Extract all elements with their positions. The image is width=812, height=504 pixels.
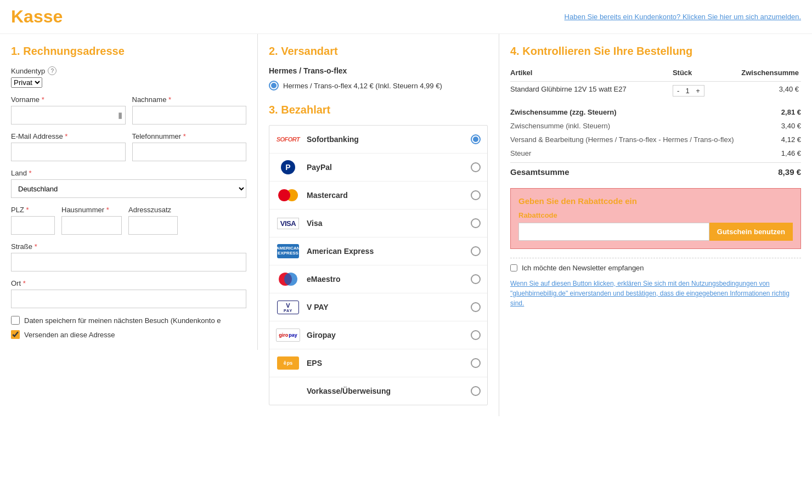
billing-section-title: 1. Rechnungsadresse [11, 45, 246, 58]
mastercard-radio[interactable] [471, 190, 481, 200]
vorkasse-radio[interactable] [471, 386, 481, 396]
hausnummer-input[interactable] [61, 216, 122, 235]
ort-label: Ort * [11, 279, 246, 287]
summary-versand: Versand & Bearbeitung (Hermes / Trans-o-… [510, 133, 801, 146]
payment-item-giropay[interactable]: giro pay Giropay [269, 321, 487, 349]
payment-item-paypal[interactable]: P PayPal [269, 154, 487, 182]
qty-control: - 1 + [673, 85, 704, 97]
save-data-checkbox[interactable] [11, 316, 20, 325]
land-select[interactable]: Deutschland Österreich Schweiz [11, 179, 246, 198]
payment-item-eps[interactable]: ê ps EPS [269, 349, 487, 377]
amex-label: American Express [307, 247, 464, 256]
main-layout: 1. Rechnungsadresse Kundentyp ? Privat F… [0, 34, 812, 416]
nachname-input[interactable] [132, 106, 247, 124]
rabatt-input[interactable] [518, 223, 709, 241]
visa-radio[interactable] [471, 218, 481, 228]
shipping-radio-checked[interactable] [269, 81, 279, 90]
shipping-section: 2. Versandart Hermes / Trans-o-flex Herm… [269, 45, 488, 90]
rabatt-title: Geben Sie den Rabattcode ein [518, 196, 793, 206]
svg-text:P: P [285, 163, 290, 172]
adresszusatz-input[interactable] [128, 216, 178, 235]
payment-section-title: 3. Bezahlart [269, 104, 488, 116]
shipping-radio-row[interactable]: Hermes / Trans-o-flex 4,12 € (Inkl. Steu… [269, 81, 488, 90]
vpay-label: V PAY [307, 303, 464, 312]
strasse-input[interactable] [11, 253, 246, 271]
kundentyp-row: Kundentyp ? Privat Firma [11, 66, 246, 88]
telefon-label: Telefonnummer * [132, 132, 247, 140]
land-group: Land * Deutschland Österreich Schweiz [11, 169, 246, 198]
emaestro-radio[interactable] [471, 274, 481, 284]
sofortbanking-label: Sofortbanking [307, 135, 464, 144]
svg-point-3 [284, 273, 297, 286]
save-data-row: Daten speichern für meinen nächsten Besu… [11, 316, 246, 325]
amex-radio[interactable] [471, 246, 481, 256]
summary-zwischensumme-inkl: Zwischensumme (inkl. Steuern) 3,40 € [510, 119, 801, 133]
rabatt-box: Geben Sie den Rabattcode ein Rabattcode … [510, 188, 801, 249]
mastercard-icon [276, 187, 300, 203]
sofortbanking-radio[interactable] [471, 134, 481, 144]
vorname-input[interactable] [11, 106, 126, 124]
divider [510, 258, 801, 258]
plz-input[interactable] [11, 216, 55, 235]
billing-section: 1. Rechnungsadresse Kundentyp ? Privat F… [0, 34, 258, 350]
payment-item-vorkasse[interactable]: Vorkasse/Überweisung [269, 377, 487, 405]
contact-row: E-Mail Addresse * Telefonnummer * [11, 132, 246, 161]
kundentyp-select[interactable]: Privat Firma [11, 77, 42, 88]
hausnummer-label: Hausnummer * [61, 206, 122, 214]
payment-item-emaestro[interactable]: eMaestro [269, 265, 487, 293]
land-label: Land * [11, 169, 246, 177]
shipping-payment-section: 2. Versandart Hermes / Trans-o-flex Herm… [258, 34, 499, 416]
payment-item-sofortbanking[interactable]: SOFORT Sofortbanking [269, 126, 487, 154]
rabatt-label: Rabattcode [518, 211, 793, 219]
summary-gesamtsumme: Gesamtsumme 8,39 € [510, 162, 801, 179]
emaestro-label: eMaestro [307, 275, 464, 284]
name-row: Vorname * ▮ Nachname * [11, 95, 246, 124]
vorname-group: Vorname * ▮ [11, 95, 126, 124]
qty-increase-button[interactable]: + [694, 87, 702, 95]
item-name: Standard Glühbirne 12V 15 watt E27 [510, 82, 673, 100]
payment-item-amex[interactable]: AMERICANEXPRESS American Express [269, 237, 487, 265]
vorname-label: Vorname * [11, 95, 126, 104]
save-data-label: Daten speichern für meinen nächsten Besu… [24, 316, 221, 325]
newsletter-checkbox[interactable] [510, 264, 517, 271]
vorkasse-icon [276, 383, 300, 399]
col-artikel: Artikel [510, 66, 673, 82]
order-summary: Zwischensumme (zzg. Steuern) 2,81 € Zwis… [510, 105, 801, 179]
kundentyp-help-icon[interactable]: ? [48, 66, 57, 75]
address-row: PLZ * Hausnummer * Adresszusatz [11, 206, 246, 235]
telefon-group: Telefonnummer * [132, 132, 247, 161]
rabatt-input-row: Gutschein benutzen [518, 223, 793, 241]
telefon-input[interactable] [132, 143, 247, 161]
email-input[interactable] [11, 143, 126, 161]
nachname-label: Nachname * [132, 95, 247, 104]
versenden-checkbox[interactable] [11, 330, 20, 339]
paypal-radio[interactable] [471, 162, 481, 172]
giropay-radio[interactable] [471, 330, 481, 340]
eps-radio[interactable] [471, 358, 481, 368]
giropay-icon: giro pay [276, 327, 300, 343]
qty-decrease-button[interactable]: - [675, 87, 681, 95]
payment-section: 3. Bezahlart SOFORT Sofortbanking P [269, 104, 488, 405]
rabatt-button[interactable]: Gutschein benutzen [709, 223, 793, 241]
vpay-radio[interactable] [471, 302, 481, 312]
amex-icon: AMERICANEXPRESS [276, 243, 300, 259]
page-title: Kasse [11, 7, 63, 27]
hausnummer-group: Hausnummer * [61, 206, 122, 235]
order-item-row: Standard Glühbirne 12V 15 watt E27 - 1 +… [510, 82, 801, 100]
payment-item-vpay[interactable]: V PAY V PAY [269, 293, 487, 321]
summary-steuer: Steuer 1,46 € [510, 146, 801, 160]
eps-label: EPS [307, 359, 464, 367]
shipping-method-label: Hermes / Trans-o-flex 4,12 € (Inkl. Steu… [283, 82, 442, 90]
payment-item-visa[interactable]: VISA Visa [269, 209, 487, 237]
login-link[interactable]: Haben Sie bereits ein Kundenkonto? Klick… [565, 13, 801, 21]
eps-icon: ê ps [276, 355, 300, 371]
strasse-group: Straße * [11, 242, 246, 271]
maestro-icon [276, 271, 300, 287]
terms-text[interactable]: Wenn Sie auf diesen Button klicken, erkl… [510, 279, 801, 308]
visa-label: Visa [307, 219, 464, 228]
shipping-section-title: 2. Versandart [269, 45, 488, 58]
email-label: E-Mail Addresse * [11, 132, 126, 140]
ort-input[interactable] [11, 290, 246, 308]
plz-label: PLZ * [11, 206, 55, 214]
payment-item-mastercard[interactable]: Mastercard [269, 182, 487, 209]
